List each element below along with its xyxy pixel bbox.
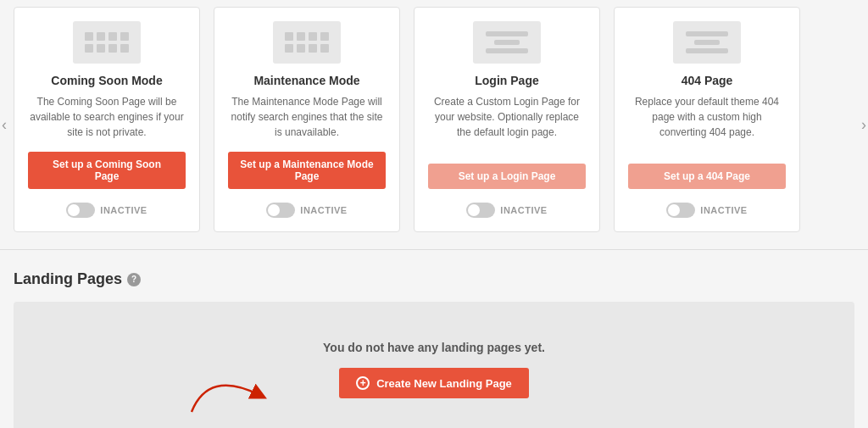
- card-coming-soon: Coming Soon Mode The Coming Soon Page wi…: [14, 7, 200, 232]
- card-coming-soon-title: Coming Soon Mode: [51, 74, 162, 87]
- landing-title-row: Landing Pages ?: [14, 270, 854, 288]
- scroll-left-arrow[interactable]: ‹: [2, 116, 7, 134]
- card-404-toggle-label: INACTIVE: [700, 205, 747, 215]
- cards-section: ‹ Coming Soon Mode The Coming Soon Page …: [0, 0, 868, 250]
- card-maintenance-toggle-row: INACTIVE: [266, 203, 347, 218]
- card-maintenance-title: Maintenance Mode: [253, 74, 359, 87]
- landing-section: Landing Pages ? You do not have any land…: [0, 250, 868, 428]
- cards-wrapper: Coming Soon Mode The Coming Soon Page wi…: [14, 0, 854, 239]
- card-coming-soon-desc: The Coming Soon Page will be available t…: [28, 94, 186, 140]
- card-404: 404 Page Replace your default theme 404 …: [614, 7, 800, 232]
- card-coming-soon-toggle-row: INACTIVE: [66, 203, 147, 218]
- card-coming-soon-button[interactable]: Set up a Coming Soon Page: [28, 152, 186, 189]
- landing-empty-wrapper: You do not have any landing pages yet. +…: [14, 302, 854, 428]
- card-login-title: Login Page: [475, 74, 538, 87]
- card-404-title: 404 Page: [682, 74, 733, 87]
- card-404-toggle-row: INACTIVE: [666, 203, 747, 218]
- card-coming-soon-icon: [73, 21, 141, 64]
- card-login-button[interactable]: Set up a Login Page: [428, 164, 586, 189]
- card-maintenance-icon: [273, 21, 341, 64]
- landing-empty-box: You do not have any landing pages yet. +…: [14, 302, 854, 428]
- card-login-icon: [473, 21, 541, 64]
- scroll-right-arrow[interactable]: ›: [861, 116, 866, 134]
- card-maintenance-button[interactable]: Set up a Maintenance Mode Page: [228, 152, 386, 189]
- empty-text: You do not have any landing pages yet.: [323, 341, 545, 354]
- create-btn-label: Create New Landing Page: [376, 377, 512, 390]
- card-maintenance-desc: The Maintenance Mode Page will notify se…: [228, 94, 386, 140]
- card-maintenance-toggle[interactable]: [266, 203, 295, 218]
- card-404-desc: Replace your default theme 404 page with…: [628, 94, 786, 152]
- card-login-toggle-row: INACTIVE: [466, 203, 547, 218]
- plus-circle-icon: +: [356, 376, 370, 390]
- card-maintenance-toggle-label: INACTIVE: [300, 205, 347, 215]
- card-404-button[interactable]: Set up a 404 Page: [628, 164, 786, 189]
- card-login-toggle-label: INACTIVE: [500, 205, 547, 215]
- card-404-toggle[interactable]: [666, 203, 695, 218]
- card-login-desc: Create a Custom Login Page for your webs…: [428, 94, 586, 152]
- card-login: Login Page Create a Custom Login Page fo…: [414, 7, 600, 232]
- card-maintenance: Maintenance Mode The Maintenance Mode Pa…: [214, 7, 400, 232]
- card-coming-soon-toggle-label: INACTIVE: [100, 205, 147, 215]
- help-icon[interactable]: ?: [127, 273, 141, 286]
- card-coming-soon-toggle[interactable]: [66, 203, 95, 218]
- card-login-toggle[interactable]: [466, 203, 495, 218]
- landing-pages-title: Landing Pages: [14, 270, 122, 288]
- card-404-icon: [673, 21, 741, 64]
- create-landing-page-button[interactable]: + Create New Landing Page: [339, 368, 529, 398]
